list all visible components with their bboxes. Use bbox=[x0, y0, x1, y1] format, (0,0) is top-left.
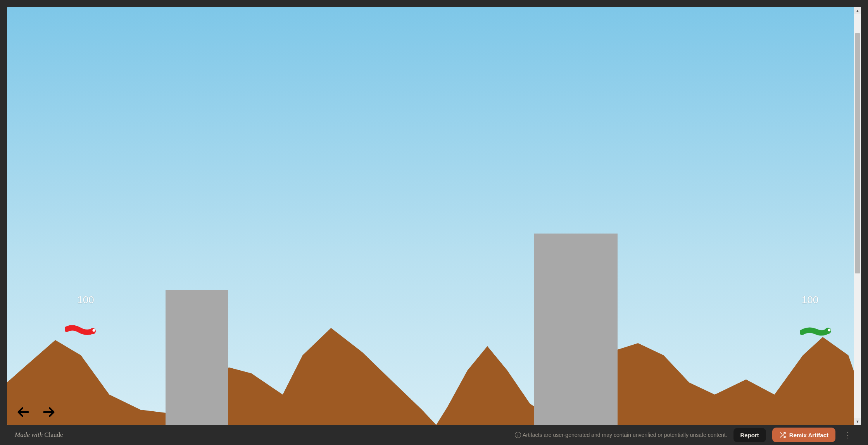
svg-marker-0 bbox=[7, 328, 854, 425]
scroll-thumb[interactable] bbox=[855, 33, 860, 273]
made-with-label: Made with Claude bbox=[15, 431, 63, 439]
scroll-track[interactable] bbox=[854, 14, 861, 418]
scrollbar-vertical[interactable]: ▲ ▼ bbox=[854, 7, 861, 425]
scroll-down-icon[interactable]: ▼ bbox=[854, 418, 861, 425]
info-icon: i bbox=[515, 432, 521, 438]
kebab-menu-icon[interactable]: ⋮ bbox=[842, 430, 853, 440]
hp-label-red: 100 bbox=[77, 294, 94, 306]
disclaimer: i Artifacts are user-generated and may c… bbox=[515, 432, 727, 438]
svg-point-2 bbox=[92, 329, 95, 332]
report-button[interactable]: Report bbox=[733, 428, 766, 442]
worm-player-green[interactable] bbox=[800, 325, 831, 337]
remix-label: Remix Artifact bbox=[789, 432, 828, 438]
scroll-up-icon[interactable]: ▲ bbox=[854, 7, 861, 14]
building-obstacle bbox=[534, 234, 618, 425]
hp-label-green: 100 bbox=[802, 294, 818, 306]
disclaimer-text: Artifacts are user-generated and may con… bbox=[523, 432, 727, 438]
shuffle-icon bbox=[779, 431, 786, 438]
worm-player-red[interactable] bbox=[65, 325, 96, 337]
made-with-text: Made with bbox=[15, 431, 45, 438]
worm-red-sprite bbox=[65, 325, 96, 337]
app-frame: 100 100 ▲ bbox=[0, 0, 868, 445]
arrow-right-icon[interactable] bbox=[41, 405, 55, 419]
building-obstacle bbox=[166, 290, 228, 425]
terrain bbox=[7, 7, 854, 425]
remix-button[interactable]: Remix Artifact bbox=[772, 428, 835, 442]
footer-bar: Made with Claude i Artifacts are user-ge… bbox=[7, 425, 861, 445]
claude-text: Claude bbox=[45, 431, 63, 438]
game-canvas[interactable]: 100 100 bbox=[7, 7, 854, 425]
arrow-left-icon[interactable] bbox=[17, 405, 31, 419]
nav-arrows bbox=[17, 405, 55, 419]
game-viewport[interactable]: 100 100 ▲ bbox=[7, 7, 861, 425]
svg-point-4 bbox=[828, 329, 831, 332]
worm-green-sprite bbox=[800, 325, 831, 337]
